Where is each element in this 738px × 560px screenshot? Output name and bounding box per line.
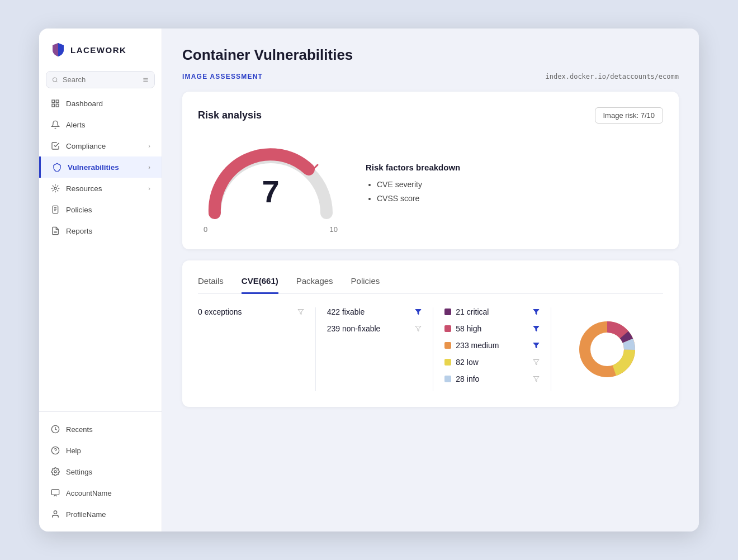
critical-label: 21 critical [456, 307, 489, 316]
low-filter-button[interactable] [533, 359, 540, 366]
app-name: LACEWORK [70, 45, 126, 55]
svg-rect-4 [52, 100, 55, 103]
sidebar-bottom: Recents Help Settings AccountName [39, 411, 162, 531]
tab-packages[interactable]: Packages [296, 276, 333, 294]
sidebar-item-profile-label: ProfileName [66, 510, 106, 519]
svg-rect-6 [52, 104, 55, 107]
sidebar-item-resources[interactable]: Resources › [39, 178, 162, 199]
sidebar-item-vulnerabilities-label: Vulnerabilities [68, 163, 119, 172]
sidebar-item-policies-label: Policies [66, 206, 92, 214]
tab-cve[interactable]: CVE(661) [242, 276, 278, 294]
risk-factors: Risk factors breakdown CVE severity CVSS… [366, 163, 663, 206]
search-bar[interactable] [46, 71, 155, 88]
medium-row: 233 medium [444, 341, 540, 350]
svg-rect-7 [56, 104, 59, 107]
cve-col-donut [551, 307, 663, 391]
critical-filter-button[interactable] [533, 309, 540, 315]
high-filter-button[interactable] [533, 325, 540, 332]
sidebar-item-account[interactable]: AccountName [39, 482, 162, 504]
risk-factor-item: CVSS score [377, 192, 663, 206]
non-fixable-filter-button[interactable] [415, 325, 422, 332]
fixable-value: 422 fixable [327, 307, 365, 316]
help-icon [50, 445, 60, 455]
sidebar: LACEWORK Dashboard Alerts [39, 29, 162, 531]
image-risk-badge: Image risk: 7/10 [595, 107, 664, 124]
chevron-right-icon: › [148, 143, 150, 149]
svg-marker-29 [533, 377, 539, 382]
sidebar-item-compliance-label: Compliance [66, 142, 106, 150]
alerts-icon [50, 120, 60, 130]
svg-point-18 [54, 471, 56, 473]
low-dot [444, 359, 451, 366]
info-dot [444, 376, 451, 382]
risk-factor-item: CVE severity [377, 178, 663, 192]
svg-point-20 [54, 511, 56, 514]
gauge-container: 7 [198, 135, 343, 224]
sidebar-item-reports[interactable]: Reports [39, 220, 162, 241]
tabs-bar: Details CVE(661) Packages Policies [198, 276, 663, 294]
cve-col-exceptions: 0 exceptions [198, 307, 316, 391]
menu-icon[interactable] [143, 76, 149, 84]
sidebar-item-help-label: Help [66, 447, 81, 455]
docker-path: index.docker.io/detaccounts/ecomm [546, 73, 679, 80]
sidebar-item-alerts[interactable]: Alerts [39, 114, 162, 135]
info-filter-button[interactable] [533, 376, 540, 382]
svg-rect-5 [56, 100, 59, 103]
svg-rect-19 [51, 490, 59, 495]
sidebar-item-reports-label: Reports [66, 227, 92, 235]
info-row: 28 info [444, 374, 540, 383]
tab-details[interactable]: Details [198, 276, 224, 294]
vulnerabilities-icon [52, 162, 62, 172]
resources-icon [50, 183, 60, 193]
main-nav: Dashboard Alerts Compliance › Vulnerabi [39, 93, 162, 411]
svg-point-8 [54, 187, 56, 189]
gauge-wrap: 7 0 10 [198, 135, 343, 234]
sidebar-item-settings[interactable]: Settings [39, 461, 162, 482]
sidebar-item-dashboard[interactable]: Dashboard [39, 93, 162, 114]
sidebar-item-policies[interactable]: Policies [39, 199, 162, 220]
donut-chart [574, 316, 641, 383]
exceptions-value: 0 exceptions [198, 307, 242, 316]
chevron-right-icon: › [148, 185, 150, 192]
search-icon [52, 76, 58, 84]
risk-factors-title: Risk factors breakdown [366, 163, 663, 172]
svg-point-35 [592, 334, 623, 365]
high-label: 58 high [456, 324, 481, 333]
image-assessment-bar: IMAGE ASSESSMENT index.docker.io/detacco… [182, 73, 679, 80]
risk-factors-list: CVE severity CVSS score [366, 178, 663, 206]
sidebar-item-alerts-label: Alerts [66, 121, 86, 129]
cve-col-severity: 21 critical 58 high 233 [433, 307, 551, 391]
medium-dot [444, 342, 451, 349]
high-dot [444, 325, 451, 332]
tab-policies[interactable]: Policies [351, 276, 380, 294]
critical-row: 21 critical [444, 307, 540, 316]
main-content: Container Vulnerabilities IMAGE ASSESSME… [162, 29, 699, 531]
account-icon [50, 488, 60, 498]
search-input[interactable] [63, 75, 138, 84]
high-row: 58 high [444, 324, 540, 333]
chevron-right-icon: › [148, 164, 150, 170]
critical-dot [444, 309, 451, 315]
medium-filter-button[interactable] [533, 342, 540, 349]
non-fixable-value: 239 non-fixable [327, 324, 381, 333]
clock-icon [50, 424, 60, 434]
sidebar-item-profile[interactable]: ProfileName [39, 504, 162, 525]
risk-title: Risk analysis [198, 110, 262, 121]
exceptions-row: 0 exceptions [198, 307, 304, 316]
non-fixable-row: 239 non-fixable [327, 324, 422, 333]
image-assessment-label: IMAGE ASSESSMENT [182, 73, 263, 80]
sidebar-item-compliance[interactable]: Compliance › [39, 135, 162, 156]
sidebar-item-vulnerabilities[interactable]: Vulnerabilities › [39, 156, 162, 178]
sidebar-item-dashboard-label: Dashboard [66, 99, 103, 108]
exceptions-filter-button[interactable] [297, 309, 304, 315]
gauge-score: 7 [262, 176, 279, 207]
sidebar-item-settings-label: Settings [66, 468, 92, 476]
sidebar-item-recents[interactable]: Recents [39, 419, 162, 440]
profile-icon [50, 509, 60, 519]
sidebar-item-help[interactable]: Help [39, 440, 162, 461]
page-title: Container Vulnerabilities [182, 46, 679, 64]
sidebar-item-account-label: AccountName [66, 489, 112, 497]
fixable-row: 422 fixable [327, 307, 422, 316]
fixable-filter-button[interactable] [415, 309, 422, 315]
low-label: 82 low [456, 358, 478, 367]
